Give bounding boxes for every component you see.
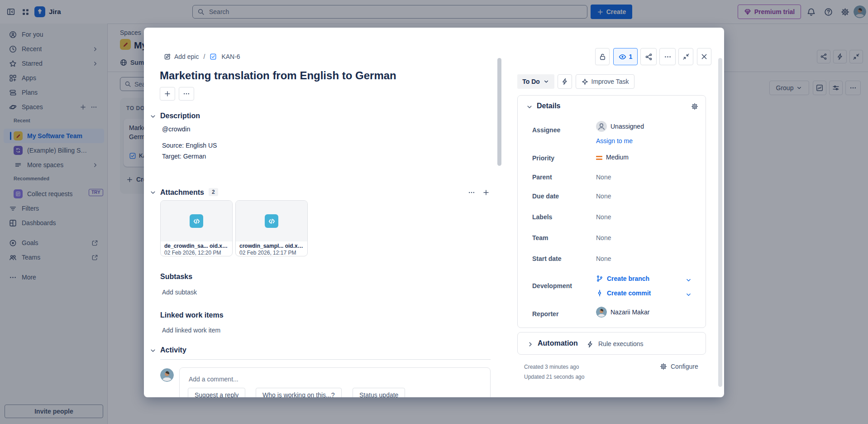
team-value[interactable]: None bbox=[596, 234, 611, 241]
commit-icon bbox=[596, 289, 603, 297]
collapse-attachments-icon[interactable] bbox=[149, 188, 157, 196]
breadcrumb-separator: / bbox=[203, 53, 205, 60]
collapse-modal-button[interactable] bbox=[678, 48, 693, 65]
divider bbox=[160, 359, 491, 360]
development-label: Development bbox=[532, 282, 572, 289]
configure-button[interactable]: Configure bbox=[660, 363, 698, 370]
add-attachment-icon[interactable] bbox=[482, 188, 490, 196]
issue-breadcrumb: Add epic / KAN-6 bbox=[164, 49, 240, 64]
expand-automation-icon[interactable] bbox=[527, 340, 534, 348]
who-is-working-button[interactable]: Who is working on this...? bbox=[256, 388, 342, 397]
reporter-value[interactable]: Nazarii Makar bbox=[596, 307, 649, 318]
assignee-value[interactable]: Unassigned bbox=[596, 121, 644, 132]
attachment-card[interactable]: de_crowdin_sa... oid.xml02 Feb 2026, 12:… bbox=[160, 200, 233, 256]
attachment-date: 02 Feb 2026, 12:17 PM bbox=[239, 250, 304, 256]
issue-modal: Add epic / KAN-6 1 Marketing translation… bbox=[144, 28, 724, 397]
restrict-access-button[interactable] bbox=[595, 48, 610, 65]
description-heading: Description bbox=[160, 112, 200, 120]
attachments-more-icon[interactable] bbox=[468, 188, 475, 196]
status-update-button[interactable]: Status update bbox=[353, 388, 405, 397]
issue-title[interactable]: Marketing translation from English to Ge… bbox=[160, 69, 396, 82]
created-timestamp: Created 3 minutes ago bbox=[524, 364, 579, 370]
create-branch-link[interactable]: Create branch bbox=[596, 275, 649, 282]
details-panel: Details Assignee Unassigned Assign to me… bbox=[517, 95, 706, 328]
chevron-down-icon bbox=[543, 78, 549, 85]
add-linked-item-button[interactable]: Add linked work item bbox=[162, 327, 220, 334]
jira-application: Jira Create Premium trial For you Recent… bbox=[0, 0, 868, 424]
attachment-card[interactable]: crowdin_sampl... oid.xml02 Feb 2026, 12:… bbox=[235, 200, 308, 256]
gear-icon bbox=[660, 363, 667, 370]
reporter-label: Reporter bbox=[532, 310, 558, 318]
sparkle-icon bbox=[582, 78, 588, 85]
code-file-icon bbox=[190, 214, 203, 228]
assign-to-me-link[interactable]: Assign to me bbox=[596, 137, 633, 145]
improve-task-button[interactable]: Improve Task bbox=[576, 74, 634, 89]
attachment-date: 02 Feb 2026, 12:20 PM bbox=[164, 250, 229, 256]
collapse-details-icon[interactable] bbox=[526, 103, 533, 111]
right-scrollbar[interactable] bbox=[718, 58, 722, 387]
reporter-avatar bbox=[596, 307, 607, 318]
priority-value[interactable]: Medium bbox=[596, 154, 629, 161]
labels-value[interactable]: None bbox=[596, 213, 611, 221]
priority-label: Priority bbox=[532, 154, 554, 162]
title-more-button[interactable] bbox=[179, 87, 194, 101]
description-mention[interactable]: @crowdin bbox=[162, 125, 190, 133]
due-date-value[interactable]: None bbox=[596, 193, 611, 200]
comment-placeholder: Add a comment... bbox=[189, 376, 238, 383]
start-date-label: Start date bbox=[532, 255, 562, 262]
automation-heading: Automation bbox=[538, 339, 578, 347]
activity-heading: Activity bbox=[160, 346, 186, 354]
commit-options-icon[interactable] bbox=[685, 290, 692, 298]
linked-items-heading: Linked work items bbox=[160, 311, 224, 319]
labels-label: Labels bbox=[532, 213, 552, 221]
subtasks-heading: Subtasks bbox=[160, 273, 192, 281]
attachment-name: crowdin_sampl... oid.xml bbox=[239, 243, 304, 249]
share-button[interactable] bbox=[640, 48, 657, 65]
parent-value[interactable]: None bbox=[596, 173, 611, 181]
due-date-label: Due date bbox=[532, 193, 559, 200]
bolt-icon bbox=[587, 340, 594, 348]
status-dropdown[interactable]: To Do bbox=[517, 74, 554, 89]
details-settings-icon[interactable] bbox=[691, 102, 698, 110]
code-file-icon bbox=[265, 214, 278, 228]
team-label: Team bbox=[532, 234, 548, 241]
attachments-heading: Attachments2 bbox=[160, 188, 218, 197]
branch-options-icon[interactable] bbox=[685, 276, 692, 284]
description-source: Source: English US bbox=[162, 142, 217, 149]
attachment-name: de_crowdin_sa... oid.xml bbox=[164, 243, 229, 249]
add-content-button[interactable] bbox=[160, 87, 175, 101]
automation-quick-button[interactable] bbox=[558, 74, 572, 89]
parent-label: Parent bbox=[532, 173, 552, 181]
comment-box[interactable]: Add a comment... Suggest a reply Who is … bbox=[179, 367, 491, 397]
issue-key[interactable]: KAN-6 bbox=[221, 53, 240, 60]
attachment-preview bbox=[161, 201, 232, 241]
attachments-count-badge: 2 bbox=[209, 188, 218, 196]
watchers-button[interactable]: 1 bbox=[613, 48, 638, 65]
automation-panel[interactable]: Automation Rule executions bbox=[517, 332, 706, 355]
add-subtask-button[interactable]: Add subtask bbox=[162, 289, 197, 296]
left-scrollbar[interactable] bbox=[497, 58, 501, 166]
add-epic-button[interactable]: Add epic bbox=[164, 53, 199, 60]
eye-icon bbox=[619, 53, 626, 61]
description-target: Target: German bbox=[162, 153, 206, 160]
task-type-icon bbox=[210, 53, 217, 60]
attachment-preview bbox=[236, 201, 307, 241]
details-heading: Details bbox=[537, 102, 560, 110]
updated-timestamp: Updated 21 seconds ago bbox=[524, 374, 584, 380]
suggest-reply-button[interactable]: Suggest a reply bbox=[188, 388, 245, 397]
unassigned-avatar bbox=[596, 121, 607, 132]
start-date-value[interactable]: None bbox=[596, 255, 611, 262]
priority-medium-icon bbox=[596, 154, 602, 160]
comment-author-avatar bbox=[160, 368, 174, 382]
edit-icon bbox=[164, 53, 171, 60]
close-modal-button[interactable] bbox=[697, 48, 711, 65]
assignee-label: Assignee bbox=[532, 126, 560, 134]
collapse-activity-icon[interactable] bbox=[149, 347, 157, 354]
collapse-description-icon[interactable] bbox=[149, 112, 157, 120]
branch-icon bbox=[596, 275, 603, 282]
rule-executions-link[interactable]: Rule executions bbox=[598, 340, 644, 347]
more-actions-button[interactable] bbox=[659, 48, 676, 65]
create-commit-link[interactable]: Create commit bbox=[596, 289, 651, 297]
